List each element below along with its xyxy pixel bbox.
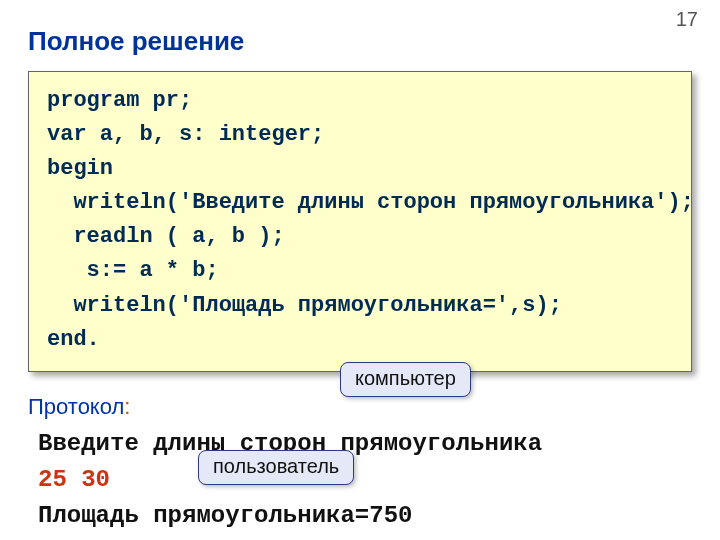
callout-user: пользователь [198,450,354,485]
code-line: var a, b, s: integer; [47,122,324,147]
slide: 17 Полное решение program pr; var a, b, … [0,0,720,540]
code-line: program pr; [47,88,192,113]
protocol-label: Протокол: [28,394,692,420]
protocol-block: Введите длины сторон прямоугольника 25 3… [28,426,692,534]
code-line: begin [47,156,113,181]
protocol-result: Площадь прямоугольника=750 [38,498,692,534]
page-number: 17 [676,8,698,31]
code-line: end. [47,327,100,352]
code-line: readln ( a, b ); [47,224,285,249]
code-line: s:= a * b; [47,258,219,283]
protocol-user-input: 25 30 [38,462,692,498]
callout-computer: компьютер [340,362,471,397]
code-line: writeln('Введите длины сторон прямоуголь… [47,190,694,215]
code-box: program pr; var a, b, s: integer; begin … [28,71,692,372]
slide-title: Полное решение [28,26,692,57]
protocol-label-text: Протокол [28,394,124,419]
protocol-colon: : [124,394,130,419]
protocol-prompt: Введите длины сторон прямоугольника [38,426,692,462]
code-line: writeln('Площадь прямоугольника=',s); [47,293,562,318]
